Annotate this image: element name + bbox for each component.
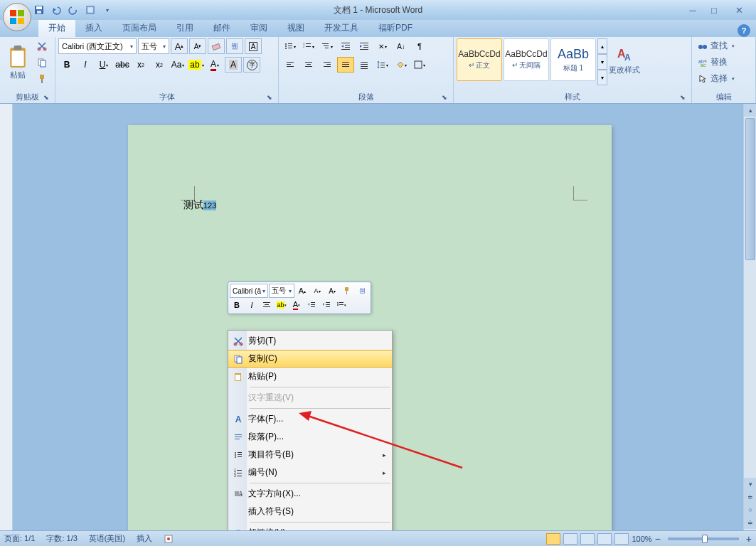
subscript-button[interactable]: x2 xyxy=(132,57,149,73)
tab-mailings[interactable]: 邮件 xyxy=(203,19,240,37)
status-words[interactable]: 字数: 1/3 xyxy=(46,533,77,544)
office-button[interactable] xyxy=(3,3,31,31)
select-button[interactable]: 选择▾ xyxy=(695,71,738,86)
cm-paragraph[interactable]: 段落(P)... xyxy=(228,428,392,446)
shading-button[interactable] xyxy=(393,57,410,73)
superscript-button[interactable]: x2 xyxy=(151,57,168,73)
scroll-up-button[interactable]: ▴ xyxy=(744,104,756,117)
cm-numbering[interactable]: 123编号(N)▸ xyxy=(228,464,392,481)
view-web-layout[interactable] xyxy=(580,533,595,545)
scroll-thumb[interactable] xyxy=(745,118,755,260)
tab-page-layout[interactable]: 页面布局 xyxy=(112,19,166,37)
save-button[interactable] xyxy=(31,2,47,18)
increase-indent-button[interactable] xyxy=(356,38,373,54)
style-normal[interactable]: AaBbCcDd↵ 正文 xyxy=(457,38,502,81)
format-painter-button[interactable] xyxy=(34,71,50,87)
mini-indent[interactable] xyxy=(319,298,334,312)
qat-customize-button[interactable]: ▾ xyxy=(100,2,115,18)
shrink-font-button[interactable]: A▾ xyxy=(189,38,206,54)
change-styles-button[interactable]: AA 更改样式 xyxy=(609,38,640,81)
mini-format-painter[interactable] xyxy=(340,284,354,298)
maximize-button[interactable]: □ xyxy=(703,4,725,16)
minimize-button[interactable]: ─ xyxy=(682,4,703,16)
font-name-combo[interactable]: Calibri (西文正文)▾ xyxy=(58,38,137,54)
cut-button[interactable] xyxy=(34,38,50,54)
mini-change-case[interactable]: A▾ xyxy=(325,284,339,298)
zoom-level[interactable]: 100% xyxy=(632,535,651,543)
grow-font-button[interactable]: A▴ xyxy=(171,38,188,54)
mini-bold[interactable]: B xyxy=(230,298,244,312)
status-language[interactable]: 英语(美国) xyxy=(89,533,125,544)
distributed-button[interactable] xyxy=(356,57,373,73)
mini-highlight[interactable]: ab▾ xyxy=(275,298,289,312)
status-page[interactable]: 页面: 1/1 xyxy=(4,533,35,544)
close-button[interactable]: ✕ xyxy=(725,4,753,16)
font-launcher[interactable]: ⬊ xyxy=(265,94,274,102)
browse-object-button[interactable]: ○ xyxy=(744,503,756,516)
gallery-up-button[interactable]: ▴ xyxy=(597,38,607,54)
line-spacing-button[interactable] xyxy=(374,57,391,73)
mini-shrink-font[interactable]: A▾ xyxy=(310,284,324,298)
vertical-scrollbar[interactable]: ▴ ▾ ≑ ○ ≑ xyxy=(743,104,756,530)
replace-button[interactable]: abac替换 xyxy=(695,55,730,70)
char-border-button[interactable]: A xyxy=(245,38,262,54)
mini-font-color[interactable]: A▾ xyxy=(289,298,304,312)
cm-copy[interactable]: 复制(C) xyxy=(228,350,392,368)
zoom-out[interactable]: − xyxy=(655,533,661,545)
cm-insert-symbol[interactable]: 插入符号(S) xyxy=(228,503,392,520)
strikethrough-button[interactable]: abc xyxy=(114,57,131,73)
mini-phonetic[interactable]: 웬 xyxy=(355,284,369,298)
view-outline[interactable] xyxy=(597,533,612,545)
view-full-screen[interactable] xyxy=(563,533,577,545)
mini-size-combo[interactable]: 五号▾ xyxy=(269,284,294,298)
mini-outdent[interactable] xyxy=(304,298,319,312)
print-preview-button[interactable] xyxy=(82,2,98,18)
mini-bullets[interactable]: ▾ xyxy=(334,298,348,312)
cm-paste[interactable]: 粘贴(P) xyxy=(228,368,392,385)
styles-launcher[interactable]: ⬊ xyxy=(678,94,687,102)
help-icon[interactable]: ? xyxy=(738,24,750,37)
phonetic-guide-button[interactable]: 웬 xyxy=(226,38,243,54)
paste-button[interactable]: 粘贴 xyxy=(3,38,33,85)
mini-font-combo[interactable]: Calibri (ā▾ xyxy=(230,284,268,298)
underline-button[interactable]: U xyxy=(95,57,112,73)
paragraph-launcher[interactable]: ⬊ xyxy=(440,94,449,102)
align-left-button[interactable] xyxy=(282,57,299,73)
zoom-in[interactable]: + xyxy=(746,533,752,545)
asian-layout-button[interactable]: ✕ xyxy=(374,38,391,54)
clear-format-button[interactable] xyxy=(208,38,225,54)
mini-italic[interactable]: I xyxy=(245,298,259,312)
tab-developer[interactable]: 开发工具 xyxy=(314,19,368,37)
align-right-button[interactable] xyxy=(319,57,336,73)
cm-bullets[interactable]: 项目符号(B)▸ xyxy=(228,446,392,464)
tab-insert[interactable]: 插入 xyxy=(75,19,112,37)
enclose-char-button[interactable]: 字 xyxy=(243,57,260,73)
next-page-button[interactable]: ≑ xyxy=(744,516,756,529)
font-color-button[interactable]: A xyxy=(206,57,223,73)
align-justify-button[interactable] xyxy=(337,57,354,73)
scroll-down-button[interactable]: ▾ xyxy=(744,478,756,491)
align-center-button[interactable] xyxy=(300,57,317,73)
status-macro[interactable] xyxy=(164,534,174,544)
font-size-combo[interactable]: 五号▾ xyxy=(138,38,169,54)
view-draft[interactable] xyxy=(614,533,629,545)
tab-foxit[interactable]: 福昕PDF xyxy=(368,19,422,37)
tab-review[interactable]: 审阅 xyxy=(240,19,277,37)
numbering-button[interactable]: 12 xyxy=(300,38,317,54)
bold-button[interactable]: B xyxy=(58,57,75,73)
mini-center[interactable] xyxy=(260,298,274,312)
sort-button[interactable]: A↓ xyxy=(393,38,410,54)
cm-cut[interactable]: 剪切(T) xyxy=(228,332,392,350)
undo-button[interactable] xyxy=(48,2,64,18)
clipboard-launcher[interactable]: ⬊ xyxy=(42,94,50,102)
cm-text-direction[interactable]: lllâ文字方向(X)... xyxy=(228,485,392,503)
change-case-button[interactable]: Aa xyxy=(169,57,186,73)
multilevel-list-button[interactable] xyxy=(319,38,336,54)
decrease-indent-button[interactable] xyxy=(337,38,354,54)
zoom-slider[interactable] xyxy=(668,537,739,540)
style-heading1[interactable]: AaBb标题 1 xyxy=(550,38,596,81)
highlight-button[interactable]: ab xyxy=(188,57,205,73)
view-print-layout[interactable] xyxy=(546,533,560,545)
cm-font[interactable]: A字体(F)... xyxy=(228,410,392,428)
status-mode[interactable]: 插入 xyxy=(137,533,152,544)
